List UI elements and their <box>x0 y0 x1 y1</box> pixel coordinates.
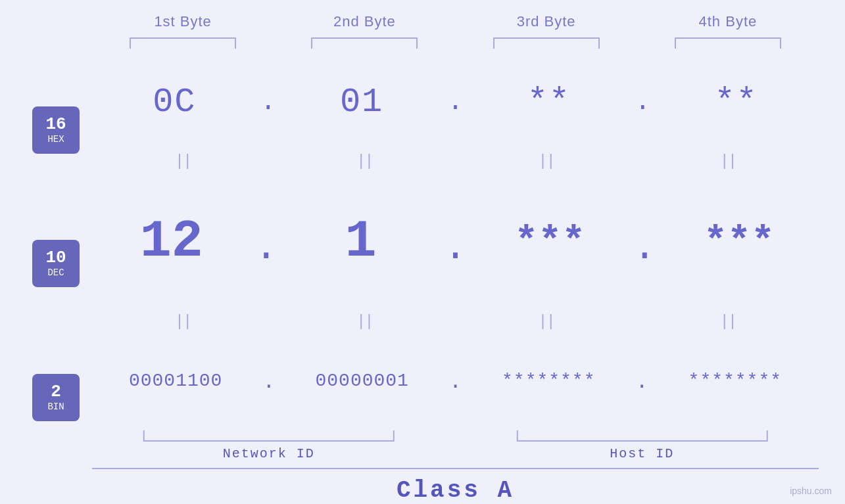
dec-b4-value: *** <box>704 219 775 264</box>
grid-area: 0C . 01 . ** . ** || <box>92 57 819 504</box>
eq1-c1: || <box>92 152 274 170</box>
dec-b2-value: 1 <box>345 212 377 271</box>
hex-b2-value: 01 <box>340 83 383 122</box>
bin-b3-value: ******** <box>502 371 595 391</box>
hex-b4-value: ** <box>714 83 758 122</box>
bin-sep3: . <box>632 370 651 394</box>
hex-row: 0C . 01 . ** . ** <box>92 57 819 149</box>
dec-b1-cell: 12 <box>92 212 251 271</box>
equals-row-1: || || || || <box>92 149 819 175</box>
eq2-s1: || <box>175 313 191 331</box>
dec-b2-cell: 1 <box>281 212 441 271</box>
dec-b1-value: 12 <box>140 212 203 271</box>
byte1-label: 1st Byte <box>92 13 274 30</box>
hex-badge-label: HEX <box>47 134 64 145</box>
bin-row: 00001100 . 00000001 . ******** . *******… <box>92 334 819 426</box>
content-area: 16 HEX 10 DEC 2 BIN 0C . 01 <box>0 57 845 504</box>
bin-b2-cell: 00000001 <box>279 371 446 391</box>
byte2-label: 2nd Byte <box>274 13 455 30</box>
top-bracket-row <box>92 37 819 50</box>
byte4-label: 4th Byte <box>637 13 819 30</box>
host-bracket <box>466 429 819 444</box>
eq1-s2: || <box>356 152 373 170</box>
bin-badge: 2 BIN <box>32 374 80 421</box>
equals-row-2: || || || || <box>92 308 819 334</box>
dec-sep1: . <box>251 225 281 270</box>
header-row: 1st Byte 2nd Byte 3rd Byte 4th Byte <box>92 13 819 30</box>
badges-column: 16 HEX 10 DEC 2 BIN <box>0 57 92 504</box>
dec-badge-label: DEC <box>47 267 64 278</box>
network-id-label: Network ID <box>92 446 446 461</box>
byte3-label: 3rd Byte <box>456 13 637 30</box>
bracket-top-3 <box>456 37 637 50</box>
bin-b3-cell: ******** <box>465 371 632 391</box>
dec-b3-cell: *** <box>471 219 630 264</box>
eq2-c3: || <box>456 313 637 331</box>
eq2-c1: || <box>92 313 274 331</box>
hex-sep3: . <box>631 87 654 117</box>
bottom-bracket-row <box>92 429 819 444</box>
id-label-row: Network ID Host ID <box>92 446 819 461</box>
bracket-top-1 <box>92 37 274 50</box>
bin-b4-cell: ******** <box>652 371 819 391</box>
bin-b1-value: 00001100 <box>129 371 222 391</box>
hex-b4-cell: ** <box>654 83 819 122</box>
dec-badge: 10 DEC <box>32 240 80 287</box>
hex-sep1: . <box>257 87 279 117</box>
dec-badge-number: 10 <box>45 249 66 266</box>
network-bracket <box>92 429 446 444</box>
class-a-row: Class A <box>92 468 819 504</box>
hex-badge: 16 HEX <box>32 106 80 154</box>
dec-sep3: . <box>629 225 660 270</box>
bracket-top-4 <box>637 37 819 50</box>
hex-b2-cell: 01 <box>279 83 445 122</box>
eq1-s3: || <box>538 152 554 170</box>
hex-sep2: . <box>444 87 466 117</box>
bin-badge-number: 2 <box>51 383 61 400</box>
eq1-s4: || <box>719 152 736 170</box>
eq2-c2: || <box>274 313 455 331</box>
hex-b1-cell: 0C <box>92 83 257 122</box>
dec-b4-cell: *** <box>660 219 819 264</box>
bin-sep2: . <box>446 370 465 394</box>
bin-b1-cell: 00001100 <box>92 371 259 391</box>
bin-sep1: . <box>259 370 278 394</box>
host-id-label: Host ID <box>466 446 819 461</box>
dec-sep2: . <box>440 225 470 270</box>
hex-b3-cell: ** <box>467 83 632 122</box>
eq2-s3: || <box>538 313 554 331</box>
hex-badge-number: 16 <box>45 116 66 133</box>
bottom-labels-section: Network ID Host ID <box>92 429 819 461</box>
eq1-c4: || <box>637 152 819 170</box>
bin-b2-value: 00000001 <box>316 371 409 391</box>
eq2-c4: || <box>637 313 819 331</box>
hex-b1-value: 0C <box>153 83 196 122</box>
eq1-c3: || <box>456 152 637 170</box>
watermark: ipshu.com <box>790 486 832 496</box>
bracket-gap <box>446 429 466 444</box>
bin-badge-label: BIN <box>47 401 64 412</box>
bracket-top-2 <box>274 37 455 50</box>
eq2-s2: || <box>356 313 373 331</box>
dec-b3-value: *** <box>514 219 585 264</box>
eq1-s1: || <box>175 152 191 170</box>
class-a-label: Class A <box>397 477 514 504</box>
bin-b4-value: ******** <box>688 371 782 391</box>
hex-b3-value: ** <box>527 83 571 122</box>
eq1-c2: || <box>274 152 455 170</box>
dec-row: 12 . 1 . *** . *** <box>92 175 819 308</box>
eq2-s4: || <box>719 313 736 331</box>
main-container: 1st Byte 2nd Byte 3rd Byte 4th Byte <box>0 0 845 504</box>
